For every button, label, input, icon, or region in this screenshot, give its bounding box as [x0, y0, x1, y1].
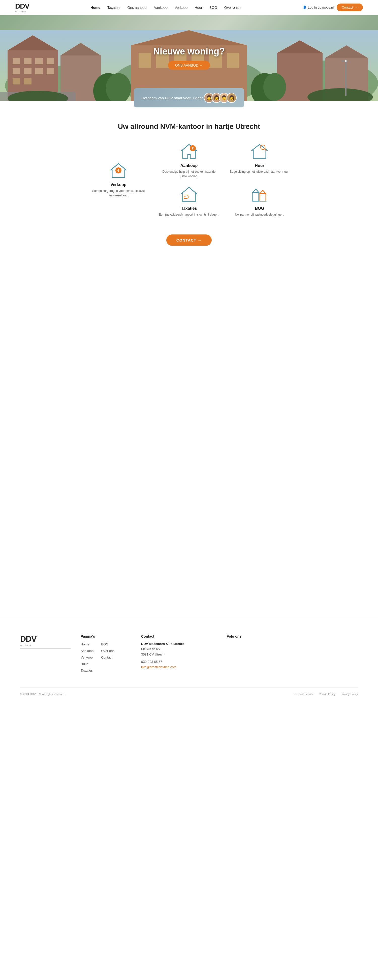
svg-marker-56	[260, 190, 266, 194]
aankoop-name: Aankoop	[159, 163, 219, 168]
nav-verkoop[interactable]: Verkoop	[175, 6, 187, 10]
svg-rect-13	[47, 68, 54, 75]
logo-sub: WONEN	[15, 10, 29, 13]
service-verkoop: € Verkoop Samen zorgdragen voor een succ…	[86, 141, 151, 220]
bog-icon	[251, 186, 268, 204]
verkoop-name: Verkoop	[110, 183, 126, 187]
team-banner: Het team van DDV staat voor u klaar. 👩 👩…	[134, 88, 244, 107]
svg-rect-39	[341, 60, 348, 62]
footer: DDV WONEN Pagina's Home Aankoop Verkoop …	[0, 619, 378, 703]
svg-rect-55	[260, 194, 266, 201]
svg-rect-8	[35, 58, 43, 64]
footer-pages-col: Pagina's Home Aankoop Verkoop Huur Taxat…	[81, 634, 131, 675]
nav-over-ons[interactable]: Over ons ▾	[224, 6, 241, 10]
footer-link-home[interactable]: Home	[81, 643, 89, 646]
contact-cta-button[interactable]: CONTACT →	[166, 234, 212, 246]
svg-rect-40	[345, 60, 346, 62]
footer-grid: DDV WONEN Pagina's Home Aankoop Verkoop …	[20, 634, 358, 675]
footer-privacy-link[interactable]: Privacy Policy	[341, 692, 358, 695]
svg-rect-15	[24, 78, 32, 84]
nav-ons-aanbod[interactable]: Ons aanbod	[127, 6, 146, 10]
team-banner-text: Het team van DDV staat voor u klaar.	[141, 96, 204, 100]
footer-link-over-ons[interactable]: Over ons	[101, 649, 114, 653]
huur-desc: Begeleiding op het juiste pad naar (ver)…	[229, 169, 290, 174]
svg-rect-10	[13, 68, 20, 75]
footer-contact-address: Malielaan 653581 CV Utrecht	[141, 647, 217, 657]
service-bog: BOG Uw partner bij vastgoedbeleggingen.	[227, 183, 292, 220]
nav-huur[interactable]: Huur	[195, 6, 202, 10]
hero-section: Nieuwe woning? ONS AANBOD →	[0, 15, 378, 101]
footer-link-aankoop[interactable]: Aankoop	[81, 649, 94, 653]
taxaties-desc: Een (gevalideerd) rapport in slechts 3 d…	[159, 212, 219, 217]
footer-cookie-link[interactable]: Cookie Policy	[319, 692, 336, 695]
aankoop-desc: Deskundige hulp bij het zoeken naar de j…	[159, 169, 219, 178]
svg-marker-50	[181, 187, 197, 202]
footer-link-taxaties[interactable]: Taxaties	[81, 669, 93, 672]
footer-social-col: Volg ons	[227, 634, 277, 675]
navbar: DDV WONEN Home Taxaties Ons aanbod Aanko…	[0, 0, 378, 15]
footer-copyright: © 2024 DDV B.V. All rights reserved.	[20, 692, 65, 695]
huur-name: Huur	[229, 163, 290, 168]
footer-links-2: BOG Over ons Contact	[101, 642, 114, 675]
footer-contact-col: Contact DDV Makelaars & Taxateurs Maliel…	[141, 634, 217, 675]
footer-bottom-links: Terms of Service Cookie Policy Privacy P…	[293, 692, 358, 695]
footer-contact-name: DDV Makelaars & Taxateurs	[141, 642, 217, 646]
verkoop-desc: Samen zorgdragen voor een succesvol eind…	[88, 189, 149, 198]
logo: DDV WONEN	[15, 2, 29, 13]
footer-contact-email[interactable]: info@drostedevries.com	[141, 665, 176, 669]
team-avatars: 👩 👩 👨 👩	[204, 93, 237, 103]
contact-cta-label: CONTACT →	[176, 238, 202, 242]
nav-home[interactable]: Home	[91, 6, 100, 10]
svg-rect-20	[138, 53, 151, 68]
aankoop-icon: €	[180, 143, 198, 161]
nav-links: Home Taxaties Ons aanbod Aankoop Verkoop…	[91, 6, 241, 10]
svg-rect-11	[24, 68, 32, 75]
bog-desc: Uw partner bij vastgoedbeleggingen.	[229, 212, 290, 217]
svg-rect-6	[13, 58, 20, 64]
hero-overlay: Nieuwe woning? ONS AANBOD →	[153, 46, 225, 70]
service-aankoop: € Aankoop Deskundige hulp bij het zoeken…	[156, 141, 222, 181]
hero-cta-label: ONS AANBOD →	[175, 63, 203, 67]
svg-rect-7	[24, 58, 32, 64]
nav-aankoop[interactable]: Aankoop	[154, 6, 168, 10]
footer-contact-phone: 030-293 65 67	[141, 660, 217, 663]
footer-pages-title: Pagina's	[81, 634, 131, 638]
service-taxaties: Taxaties Een (gevalideerd) rapport in sl…	[156, 183, 222, 220]
footer-link-huur[interactable]: Huur	[81, 662, 88, 666]
arrow-icon: →	[354, 6, 358, 10]
svg-point-52	[184, 196, 186, 197]
service-huur: Huur Begeleiding op het juiste pad naar …	[227, 141, 292, 181]
contact-cta-section: CONTACT →	[0, 224, 378, 266]
nav-bog[interactable]: BOG	[210, 6, 217, 10]
main-title-section: Uw allround NVM-kantoor in hartje Utrech…	[0, 107, 378, 141]
hero-cta-button[interactable]: ONS AANBOD →	[168, 61, 210, 70]
footer-logo-col: DDV WONEN	[20, 634, 71, 675]
contact-nav-button[interactable]: Contact →	[337, 3, 363, 11]
svg-marker-54	[253, 189, 259, 192]
login-link[interactable]: 👤 Log in op move.nl	[303, 6, 334, 10]
login-label: Log in op move.nl	[308, 6, 334, 10]
huur-icon	[251, 143, 268, 161]
svg-text:€: €	[118, 169, 119, 172]
verkoop-icon: €	[110, 162, 127, 180]
svg-rect-9	[47, 58, 54, 64]
footer-bottom: © 2024 DDV B.V. All rights reserved. Ter…	[20, 687, 358, 695]
logo-text: DDV	[15, 2, 29, 10]
footer-link-verkoop[interactable]: Verkoop	[81, 655, 93, 659]
footer-contact-title: Contact	[141, 634, 217, 638]
footer-link-bog[interactable]: BOG	[101, 643, 108, 646]
svg-rect-12	[35, 68, 43, 75]
user-icon: 👤	[303, 6, 307, 10]
footer-logo: DDV WONEN	[20, 634, 71, 651]
svg-rect-14	[13, 78, 20, 84]
bog-name: BOG	[229, 206, 290, 211]
footer-link-contact[interactable]: Contact	[101, 655, 113, 659]
svg-rect-25	[227, 53, 240, 68]
nav-taxaties[interactable]: Taxaties	[107, 6, 120, 10]
footer-social-title: Volg ons	[227, 634, 277, 638]
chevron-down-icon: ▾	[240, 6, 241, 10]
taxaties-icon	[180, 186, 198, 204]
avatar-4: 👩	[227, 93, 237, 103]
svg-rect-53	[253, 192, 259, 201]
footer-terms-link[interactable]: Terms of Service	[293, 692, 314, 695]
